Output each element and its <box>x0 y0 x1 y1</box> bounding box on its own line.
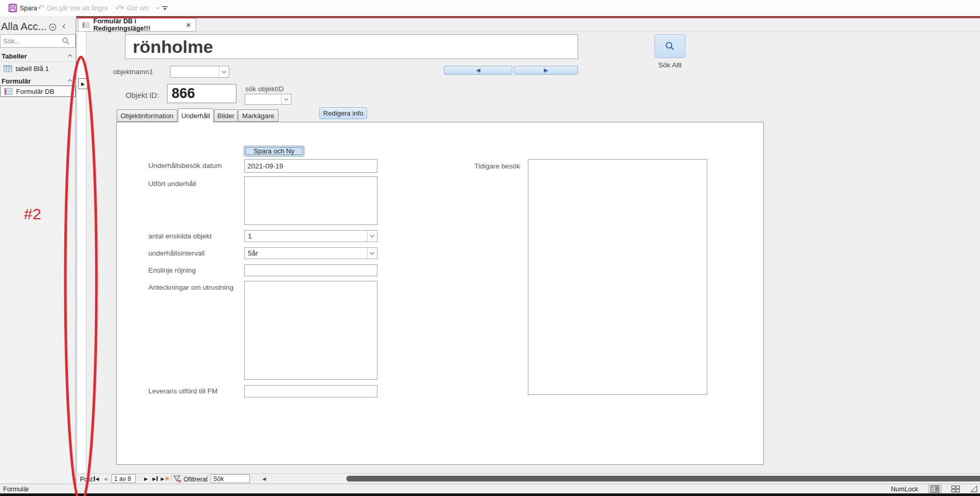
triangle-right-icon: ▶ <box>81 81 85 87</box>
new-record-button[interactable]: ▶✱ <box>161 475 169 483</box>
tab-markagare[interactable]: Markägare <box>238 109 278 122</box>
filter-status-button[interactable]: Ofiltrerat <box>184 476 207 483</box>
post-label: Post: <box>80 476 94 483</box>
hscroll-left-arrow[interactable]: ◀ <box>262 475 266 483</box>
sidebar-item-label: tabell Blå 1 <box>16 65 49 73</box>
document-tab-strip: Formulär DB i Redigeringsläge!!! ✕ <box>76 18 980 32</box>
enslinje-rojning-input[interactable] <box>244 264 377 276</box>
tab-objektinformation[interactable]: Objektinformation <box>117 109 177 122</box>
form-view-button[interactable] <box>928 485 942 493</box>
chevron-down-icon[interactable] <box>367 248 377 259</box>
form-icon <box>4 88 12 95</box>
tab-underhall[interactable]: Underhåll <box>178 108 214 122</box>
redo-label: Gör om <box>127 5 148 12</box>
quick-access-toolbar: Spara ↶ Det går inte att ångra ↷ Gör om <box>0 0 980 16</box>
numlock-indicator: NumLock <box>891 486 918 493</box>
undo-arrow-icon: ↶ <box>37 4 44 12</box>
underhallsintervall-combo[interactable]: 5år <box>244 247 377 259</box>
form-title-textbox[interactable]: rönholme <box>125 34 578 59</box>
previous-record-button[interactable]: ◀ <box>444 66 512 75</box>
field-label-enslinje-rojning: Enslinje röjning <box>148 266 196 274</box>
field-label-underhallsbesok-datum: Underhållsbesök datum <box>148 162 222 169</box>
expand-record-button[interactable]: ▶ <box>78 78 88 89</box>
first-record-button[interactable]: ◀ <box>94 475 99 483</box>
separator <box>171 475 172 483</box>
tidigare-besok-listbox[interactable] <box>528 159 707 395</box>
sidebar-item-label: Formulär DB <box>16 88 54 95</box>
view-mode-label: Formulär <box>3 486 29 493</box>
chevron-down-icon[interactable] <box>367 231 377 242</box>
utfort-underhall-textarea[interactable] <box>244 176 377 225</box>
tab-bilder[interactable]: Bilder <box>214 109 237 122</box>
next-record-button[interactable]: ▶ <box>514 66 578 75</box>
status-bar: Formulär NumLock <box>0 484 980 493</box>
horizontal-scrollbar-thumb[interactable] <box>346 476 980 481</box>
search-all-button[interactable] <box>654 34 685 58</box>
navigation-pane: Alla Acc... Tabeller tabell <box>0 18 76 484</box>
record-position-box[interactable]: 1 av 8 <box>111 474 136 483</box>
save-and-new-button[interactable]: Spara och Ny <box>244 146 304 157</box>
chevron-down-icon[interactable] <box>281 94 291 104</box>
objektnamn1-label: objektnamn1 <box>113 68 153 76</box>
table-icon <box>4 65 12 72</box>
separator <box>207 475 208 483</box>
floppy-icon <box>8 4 17 12</box>
combo-value: 5år <box>248 249 258 257</box>
access-window: Spara ↶ Det går inte att ångra ↷ Gör om … <box>0 0 980 496</box>
antal-enskilda-objekt-combo[interactable]: 1 <box>244 230 377 242</box>
search-icon <box>62 37 70 45</box>
undo-label: Det går inte att ångra <box>47 5 107 12</box>
anteckningar-om-utrustning-textarea[interactable] <box>244 281 377 380</box>
sidebar-item-formular-db[interactable]: Formulär DB <box>0 86 76 97</box>
funnel-filter-icon <box>173 475 182 483</box>
close-icon[interactable]: ✕ <box>186 21 191 29</box>
nav-search-box[interactable] <box>0 34 76 48</box>
design-view-icon <box>970 486 978 492</box>
undo-button[interactable]: ↶ Det går inte att ångra <box>37 0 119 16</box>
leverans-utford-till-fm-input[interactable] <box>244 385 377 398</box>
objekt-id-label: Objekt ID: <box>125 91 159 100</box>
chevron-up-icon <box>68 54 72 58</box>
design-view-button[interactable] <box>969 485 980 493</box>
chevron-up-icon <box>68 79 72 83</box>
nav-group-tabeller[interactable]: Tabeller <box>0 51 76 62</box>
nav-pane-title: Alla Acc... <box>1 21 47 33</box>
shutter-bar-close-icon[interactable] <box>63 24 67 29</box>
edit-info-button[interactable]: Redigera info <box>319 107 367 119</box>
layout-view-icon <box>951 486 960 492</box>
record-navigation-bar: Post: ◀ ◀ 1 av 8 ▶ ▶ ▶✱ Ofiltrerat ◀ <box>78 473 980 484</box>
form-view-icon <box>931 486 939 492</box>
magnifier-icon <box>665 41 675 51</box>
triangle-right-icon: ▶ <box>544 67 548 73</box>
field-label-utfort-underhall: Utfört underhåll <box>148 180 196 188</box>
save-button[interactable]: Spara <box>8 0 37 16</box>
record-search-input[interactable] <box>211 474 250 483</box>
next-record-button[interactable]: ▶ <box>144 475 148 483</box>
nav-group-formular[interactable]: Formulär <box>0 76 76 87</box>
field-label-anteckningar-om-utrustning: Anteckningar om utrustning <box>148 284 233 291</box>
previous-record-button[interactable]: ◀ <box>104 475 107 483</box>
sok-objektid-combo[interactable] <box>245 94 291 105</box>
last-record-button[interactable]: ▶ <box>152 475 158 483</box>
underhallsbesok-datum-input[interactable] <box>244 159 377 173</box>
field-label-leverans-utford-till-fm: Leverans utförd till FM <box>148 387 218 395</box>
search-all-label: Sök Allt <box>642 61 698 69</box>
redo-button[interactable]: ↷ Gör om <box>117 0 159 16</box>
save-label: Spara <box>20 5 37 12</box>
sidebar-item-tabell-bla-1[interactable]: tabell Blå 1 <box>0 63 76 74</box>
redo-arrow-icon: ↷ <box>117 4 124 12</box>
nav-pane-menu-icon[interactable] <box>49 23 57 31</box>
redo-dropdown-icon[interactable] <box>156 5 160 9</box>
document-tab[interactable]: Formulär DB i Redigeringsläge!!! ✕ <box>78 18 196 32</box>
customize-qat-button[interactable] <box>162 0 168 16</box>
layout-view-button[interactable] <box>949 485 962 493</box>
nav-search-input[interactable] <box>1 35 62 47</box>
tidigare-besok-label: Tidigare besök <box>474 162 520 170</box>
field-label-antal-enskilda-objekt: antal enskilda objekt <box>148 232 212 240</box>
new-record-star-icon: ✱ <box>165 476 169 481</box>
chevron-down-icon[interactable] <box>219 66 229 77</box>
document-tab-title: Formulär DB i Redigeringsläge!!! <box>93 18 176 32</box>
customize-toolbar-icon <box>162 6 168 11</box>
objekt-id-textbox[interactable]: 866 <box>167 84 236 103</box>
objektnamn1-combo[interactable] <box>170 66 229 78</box>
